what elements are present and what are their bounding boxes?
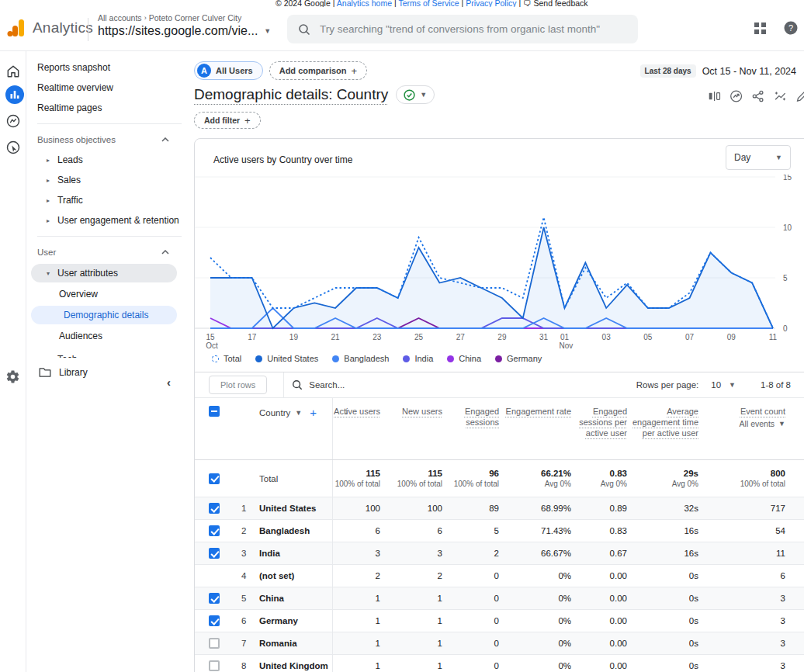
property-switcher[interactable]: https://sites.google.com/vie... ▼ xyxy=(98,24,271,38)
sidebar-item-reports-snapshot[interactable]: Reports snapshot xyxy=(26,57,182,78)
sidebar-item-audiences[interactable]: Audiences xyxy=(26,326,182,346)
segment-a-avatar: A xyxy=(197,64,211,78)
diagnostics-grid-icon[interactable] xyxy=(754,22,767,35)
sidebar-item-user-attributes[interactable]: ▾ User attributes xyxy=(31,264,177,282)
row-checkbox-checked[interactable] xyxy=(209,503,220,514)
insights-sparkle-icon[interactable] xyxy=(774,89,787,103)
expand-icon: ▸ xyxy=(47,197,50,204)
rows-per-page-select[interactable]: 10 ▼ xyxy=(711,380,736,390)
row-country[interactable]: United States xyxy=(259,497,332,519)
legend-label: Germany xyxy=(507,354,542,363)
help-icon[interactable]: ? xyxy=(784,21,798,35)
row-checkbox-checked[interactable] xyxy=(209,473,220,484)
dimension-selector[interactable]: Country ▼ + xyxy=(259,406,317,419)
chevron-up-icon xyxy=(161,250,169,255)
column-header[interactable]: Engagement rate xyxy=(499,398,571,459)
row-country[interactable]: India xyxy=(259,542,332,564)
sidebar-item-realtime-pages[interactable]: Realtime pages xyxy=(26,98,182,118)
section-user[interactable]: User xyxy=(26,242,182,262)
row-checkbox-unchecked[interactable] xyxy=(209,638,220,649)
table-search-input[interactable] xyxy=(309,380,464,390)
chevron-down-icon: ▼ xyxy=(295,409,302,417)
column-header[interactable]: Active users xyxy=(333,398,380,459)
sidebar-item-tech-clipped[interactable]: ▸Tech xyxy=(26,349,182,358)
sidebar-item-overview[interactable]: Overview xyxy=(26,284,182,304)
home-icon[interactable] xyxy=(5,64,21,79)
add-filter-chip[interactable]: Add filter+ xyxy=(194,112,261,129)
sidebar-item-realtime-overview[interactable]: Realtime overview xyxy=(26,78,182,98)
event-filter-select[interactable]: All events▼ xyxy=(740,419,785,428)
row-checkbox-checked[interactable] xyxy=(209,593,220,604)
row-checkbox-unchecked[interactable] xyxy=(209,660,220,671)
row-country[interactable]: China xyxy=(259,587,332,609)
legend-item[interactable]: Germany xyxy=(495,354,542,363)
analytics-logo[interactable]: Analytics xyxy=(6,18,93,38)
analytics-home-link[interactable]: Analytics home xyxy=(337,0,392,7)
send-feedback-link[interactable]: Send feedback xyxy=(534,0,588,7)
chevron-down-icon: ▼ xyxy=(778,420,785,428)
row-country[interactable]: (not set) xyxy=(259,565,332,587)
column-header[interactable]: Average engagement time per active user xyxy=(627,398,698,459)
terms-link[interactable]: Terms of Service xyxy=(398,0,459,7)
row-country[interactable]: Bangladesh xyxy=(259,520,332,542)
privacy-link[interactable]: Privacy Policy xyxy=(466,0,516,7)
legend-item[interactable]: India xyxy=(403,354,433,363)
legend-dot xyxy=(495,355,502,362)
metric-cell: 717 xyxy=(698,497,785,519)
metric-cell: 1 xyxy=(333,587,380,609)
legend-item[interactable]: China xyxy=(447,354,481,363)
table-search[interactable] xyxy=(292,379,636,390)
advertising-icon[interactable] xyxy=(5,140,21,155)
sidebar-item-user-engagement[interactable]: ▸User engagement & retention xyxy=(26,210,182,230)
date-range-picker[interactable]: Oct 15 - Nov 11, 2024 xyxy=(702,66,796,77)
breadcrumb[interactable]: All accounts › Poteto Corner Culver City xyxy=(98,13,271,23)
column-header[interactable]: Engaged sessions per active user xyxy=(571,398,627,459)
row-checkbox-checked[interactable] xyxy=(209,548,220,559)
row-country[interactable]: United Kingdom xyxy=(259,655,332,672)
reports-icon[interactable] xyxy=(5,85,24,104)
row-country[interactable]: Romania xyxy=(259,632,332,654)
comparison-icon[interactable] xyxy=(708,89,721,103)
rows-per-page-label: Rows per page: xyxy=(636,380,699,390)
global-search[interactable] xyxy=(287,15,638,43)
page-title[interactable]: Demographic details: Country xyxy=(194,86,388,103)
granularity-select[interactable]: Day ▼ xyxy=(726,145,791,170)
section-business-objectives[interactable]: Business objectives xyxy=(26,130,182,150)
sidebar-item-demographic-details[interactable]: Demographic details xyxy=(31,306,177,324)
sidebar-item-leads[interactable]: ▸Leads xyxy=(26,150,182,170)
row-country[interactable]: Germany xyxy=(259,610,332,632)
share-icon[interactable] xyxy=(751,89,764,103)
total-metric-cell: 115100% of total xyxy=(333,460,380,497)
plot-rows-button[interactable]: Plot rows xyxy=(209,376,267,394)
report-card: Active users by Country over time Day ▼ … xyxy=(194,138,804,672)
metric-cell: 0% xyxy=(499,565,571,587)
sort-descending-icon[interactable]: ↓ xyxy=(344,406,348,417)
add-comparison-chip[interactable]: Add comparison+ xyxy=(269,61,367,80)
explore-icon[interactable] xyxy=(5,113,21,129)
sidebar-item-library[interactable]: Library xyxy=(26,362,182,383)
select-all-checkbox[interactable] xyxy=(209,406,220,417)
svg-text:09: 09 xyxy=(727,333,736,341)
edit-report-icon[interactable] xyxy=(795,89,804,103)
row-checkbox-checked[interactable] xyxy=(209,525,220,536)
legend-dot xyxy=(332,355,339,362)
legend-item[interactable]: Total xyxy=(212,354,241,363)
metric-cell: 0.00 xyxy=(571,610,627,632)
insights-icon[interactable] xyxy=(729,89,743,103)
search-input[interactable] xyxy=(320,23,627,35)
add-dimension-icon[interactable]: + xyxy=(310,406,317,419)
column-header[interactable]: New users xyxy=(380,398,442,459)
collapse-sidebar-button[interactable]: ‹ xyxy=(167,376,171,389)
row-checkbox-checked[interactable] xyxy=(209,615,220,626)
table-toolbar: Plot rows Rows per page: 10 ▼ 1-8 of 8 xyxy=(195,372,804,398)
data-quality-badge[interactable]: ▼ xyxy=(396,85,435,104)
legend-item[interactable]: United States xyxy=(255,354,318,363)
row-rank: 1 xyxy=(232,497,259,519)
all-users-chip[interactable]: A All Users xyxy=(194,61,263,80)
column-header[interactable]: Engaged sessions xyxy=(442,398,499,459)
sidebar-item-traffic[interactable]: ▸Traffic xyxy=(26,190,182,210)
legend-item[interactable]: Bangladesh xyxy=(332,354,389,363)
admin-gear-icon[interactable] xyxy=(5,369,20,384)
column-header[interactable]: Event countAll events▼ xyxy=(698,398,785,459)
sidebar-item-sales[interactable]: ▸Sales xyxy=(26,170,182,190)
